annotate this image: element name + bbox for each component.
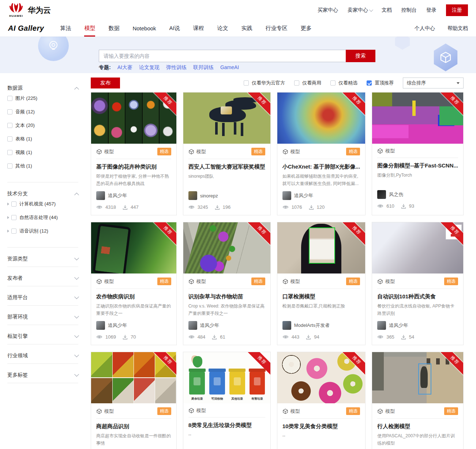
downloads-count: 94 xyxy=(314,334,319,340)
views-eye-icon xyxy=(377,335,383,339)
result-filter-checkbox[interactable]: 仅看商用 xyxy=(294,80,321,86)
result-filter-checkbox[interactable]: 仅看精选 xyxy=(330,80,357,86)
tab-课程[interactable]: 课程 xyxy=(193,20,204,37)
huawei-cloud-brand[interactable]: HUAWEI 华为云 xyxy=(8,3,51,18)
card-title[interactable]: 小CheXnet: 基于肺部X光影像... xyxy=(282,163,360,170)
recommend-ribbon: 推荐 xyxy=(152,93,176,117)
model-card[interactable]: 推荐 模型 图像分割模型--基于Fast-SCNN... 图像分割,PyTorc… xyxy=(372,92,464,215)
topbar-links: 买家中心卖家中心文档控制台登录 xyxy=(318,7,436,14)
tab-论文[interactable]: 论文 xyxy=(217,20,228,37)
model-card[interactable]: 推荐 模型 精选 西安人工智能大赛冠军获奖模型 sinoreps团队 sinor… xyxy=(183,92,271,215)
tab-AI说[interactable]: AI说 xyxy=(169,20,180,37)
sidebar-section-title[interactable]: 框架引擎 xyxy=(7,331,78,342)
card-title[interactable]: 商超商品识别 xyxy=(96,423,171,430)
topbar-link[interactable]: 文档 xyxy=(382,7,392,14)
model-card[interactable]: 推荐 模型 精选 口罩检测模型 检测是否佩戴口罩,只能检测正脸 ModelArt… xyxy=(277,222,366,345)
sidebar-filter-item[interactable]: 图片 (225) xyxy=(7,95,78,102)
card-title[interactable]: 图像分割模型--基于Fast-SCNN... xyxy=(377,162,458,169)
search-input[interactable] xyxy=(99,50,346,62)
sidebar-filter-item[interactable]: 计算机视觉 (457) xyxy=(7,201,78,207)
nav-link[interactable]: 个人中心 xyxy=(415,25,435,32)
model-card[interactable]: 推荐 模型 精选 识别杂草与农作物幼苗 Crop v.s. Weed: 农作物除… xyxy=(183,222,271,345)
checkbox[interactable] xyxy=(330,80,336,86)
topic-link[interactable]: 论文复现 xyxy=(139,64,160,71)
publish-button[interactable]: 发布 xyxy=(91,78,120,88)
tab-更多[interactable]: 更多 xyxy=(301,20,312,37)
model-card[interactable]: 推荐 模型 精选 基于图像的花卉种类识别 即便是对于植物学家, 分辨一种他不熟悉… xyxy=(91,92,177,215)
sidebar-filter-item[interactable]: 音频 (12) xyxy=(7,109,78,115)
sidebar-section-title[interactable]: 部署环境 xyxy=(7,312,78,322)
sidebar-filter-item[interactable]: 表格 (1) xyxy=(7,136,78,142)
chevron-icon xyxy=(74,256,79,260)
bin-label: 其他垃圾 xyxy=(229,397,245,401)
card-title[interactable]: 自动识别101种西式美食 xyxy=(377,293,458,300)
checkbox[interactable] xyxy=(7,150,12,155)
card-title[interactable]: 西安人工智能大赛冠军获奖模型 xyxy=(188,163,265,170)
sidebar-section-title[interactable]: 发布者 xyxy=(7,273,78,284)
tab-Notebook[interactable]: Notebook xyxy=(132,20,156,37)
topbar-link[interactable]: 卖家中心 xyxy=(348,7,372,14)
sidebar-section-title[interactable]: 资源类型 xyxy=(7,253,78,264)
model-card[interactable]: 推荐 模型 精选 自动识别101种西式美食 餐饮行业的流水线自动收银, APP食… xyxy=(372,222,464,345)
topic-link[interactable]: 弹性训练 xyxy=(166,64,187,71)
checkbox[interactable] xyxy=(244,80,249,86)
sidebar-filter-item[interactable]: 语音识别 (12) xyxy=(7,228,78,234)
expand-arrow-icon[interactable] xyxy=(7,203,9,205)
expand-arrow-icon[interactable] xyxy=(7,230,9,233)
search-button[interactable]: 搜索 xyxy=(346,50,375,62)
checkbox[interactable] xyxy=(367,80,372,86)
checkbox[interactable] xyxy=(294,80,299,86)
nav-link[interactable]: 帮助文档 xyxy=(447,25,468,32)
card-description: -- xyxy=(282,433,360,447)
tab-数据[interactable]: 数据 xyxy=(108,20,119,37)
checkbox[interactable] xyxy=(7,96,12,101)
model-card[interactable]: 推荐 厨余垃圾可回收物其他垃圾有害垃圾 模型 8类常见生活垃圾分类模型 -- 风… xyxy=(183,352,271,449)
model-card[interactable]: 推荐 模型 精选 农作物疾病识别 正确识别农作物的疾病是保证高产量的重要手段之一… xyxy=(91,222,177,345)
card-title[interactable]: 农作物疾病识别 xyxy=(96,293,171,300)
result-filter-checkbox[interactable]: 仅看华为云官方 xyxy=(244,80,285,86)
tab-模型[interactable]: 模型 xyxy=(84,20,95,37)
sidebar-section-title[interactable]: 更多标签 xyxy=(7,370,78,381)
checkbox[interactable] xyxy=(7,163,12,169)
topic-link[interactable]: 联邦训练 xyxy=(193,64,214,71)
checkbox[interactable] xyxy=(7,136,12,142)
sidebar-filter-item[interactable]: 自然语言处理 (44) xyxy=(7,214,78,221)
featured-badge: 精选 xyxy=(157,278,171,285)
sidebar-section-title[interactable]: 技术分支 xyxy=(7,188,78,199)
topbar-link[interactable]: 登录 xyxy=(426,7,436,14)
card-title[interactable]: 行人检测模型 xyxy=(377,423,458,430)
tab-算法[interactable]: 算法 xyxy=(60,20,71,37)
ai-gallery-logo[interactable]: AI Gallery xyxy=(8,24,44,33)
model-card[interactable]: 推荐 模型 精选 行人检测模型 使用PASCAL_2007中的部分行人图片训练的… xyxy=(372,352,464,449)
register-button[interactable]: 注册 xyxy=(446,4,468,16)
card-title[interactable]: 10类常见美食分类模型 xyxy=(282,423,360,430)
topbar-link[interactable]: 买家中心 xyxy=(318,7,338,14)
card-title[interactable]: 8类常见生活垃圾分类模型 xyxy=(188,422,265,429)
sidebar-filter-item[interactable]: 文本 (20) xyxy=(7,122,78,129)
card-title[interactable]: 口罩检测模型 xyxy=(282,293,360,300)
checkbox[interactable] xyxy=(11,201,16,207)
sidebar-section-title[interactable]: 行业领域 xyxy=(7,350,78,361)
model-card[interactable]: 推荐 模型 精选 商超商品识别 商店超市实现全自动收银是一件很酷的事情 追风少年 xyxy=(91,352,177,449)
topbar-link[interactable]: 控制台 xyxy=(401,7,417,14)
tab-实践[interactable]: 实践 xyxy=(241,20,252,37)
recommend-ribbon: 推荐 xyxy=(341,93,365,117)
sidebar-filter-item[interactable]: 其他 (1) xyxy=(7,163,78,169)
tab-行业专区[interactable]: 行业专区 xyxy=(266,20,288,37)
card-title[interactable]: 识别杂草与农作物幼苗 xyxy=(188,293,265,300)
result-filter-checkbox[interactable]: 置顶推荐 xyxy=(367,80,394,86)
topic-link[interactable]: AI大赛 xyxy=(117,64,132,71)
checkbox[interactable] xyxy=(11,215,16,220)
model-card[interactable]: 推荐 模型 精选 小CheXnet: 基于肺部X光影像... 如果机器能够辅助医… xyxy=(277,92,366,215)
expand-arrow-icon[interactable] xyxy=(7,216,9,219)
card-title[interactable]: 基于图像的花卉种类识别 xyxy=(96,163,171,170)
checkbox[interactable] xyxy=(11,229,16,234)
checkbox[interactable] xyxy=(7,109,12,114)
model-card[interactable]: 推荐 模型 精选 10类常见美食分类模型 -- 风之伤 xyxy=(277,352,366,449)
sidebar-filter-item[interactable]: 视频 (1) xyxy=(7,149,78,156)
checkbox[interactable] xyxy=(7,123,12,128)
sidebar-section-title[interactable]: 数据源 xyxy=(7,83,78,94)
sidebar-section-title[interactable]: 适用平台 xyxy=(7,292,78,303)
topic-link[interactable]: GameAI xyxy=(220,64,239,71)
sort-select[interactable]: 综合排序 xyxy=(403,78,464,88)
